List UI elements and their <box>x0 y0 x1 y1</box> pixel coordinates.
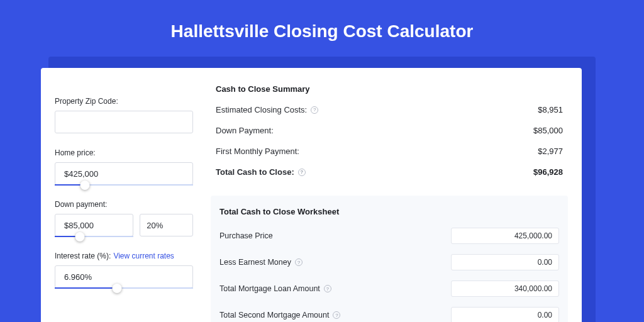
down-payment-row: 20% <box>55 214 193 236</box>
zip-input[interactable] <box>55 111 193 133</box>
summary-label-closing-costs: Estimated Closing Costs: ? <box>216 105 318 114</box>
summary-value-first-payment: $2,977 <box>538 147 563 156</box>
input-panel: Property Zip Code: Home price: Down paym… <box>55 83 199 313</box>
summary-title: Cash to Close Summary <box>216 84 563 94</box>
down-payment-slider-thumb[interactable] <box>75 232 85 242</box>
zip-field-group: Property Zip Code: <box>55 97 193 133</box>
worksheet-label-earnest: Less Earnest Money ? <box>219 258 303 267</box>
worksheet-box: Total Cash to Close Worksheet Purchase P… <box>211 196 568 322</box>
info-icon[interactable]: ? <box>311 106 318 114</box>
worksheet-value-earnest[interactable] <box>451 254 559 270</box>
interest-slider-fill <box>55 287 117 289</box>
interest-input-wrap <box>55 265 193 288</box>
summary-value-down-payment: $85,000 <box>533 126 563 135</box>
view-rates-link[interactable]: View current rates <box>113 252 174 260</box>
worksheet-label-second-mortgage: Total Second Mortgage Amount ? <box>219 311 340 319</box>
info-icon[interactable]: ? <box>298 169 306 176</box>
down-payment-pct[interactable]: 20% <box>140 214 193 236</box>
worksheet-row-purchase: Purchase Price <box>219 228 559 244</box>
home-price-field-group: Home price: <box>55 148 193 185</box>
summary-label-down-payment: Down Payment: <box>216 126 274 135</box>
interest-field-group: Interest rate (%): View current rates <box>55 252 193 288</box>
down-payment-label: Down payment: <box>55 200 193 209</box>
summary-label-total: Total Cash to Close: ? <box>216 167 306 177</box>
worksheet-row-second-mortgage: Total Second Mortgage Amount ? <box>219 307 559 322</box>
info-icon[interactable]: ? <box>324 285 331 292</box>
summary-row-total: Total Cash to Close: ? $96,928 <box>216 167 563 177</box>
interest-label-row: Interest rate (%): View current rates <box>55 252 193 260</box>
home-price-input-wrap <box>55 162 193 185</box>
summary-value-total: $96,928 <box>533 167 563 177</box>
worksheet-title: Total Cash to Close Worksheet <box>219 207 559 216</box>
home-price-input[interactable] <box>55 162 193 185</box>
worksheet-value-purchase[interactable] <box>451 228 559 244</box>
summary-value-closing-costs: $8,951 <box>538 105 563 114</box>
summary-label-first-payment: First Monthly Payment: <box>216 147 299 156</box>
interest-slider-thumb[interactable] <box>113 284 122 293</box>
zip-label: Property Zip Code: <box>55 97 193 106</box>
info-icon[interactable]: ? <box>333 311 340 319</box>
worksheet-value-second-mortgage[interactable] <box>451 307 559 322</box>
summary-row-down-payment: Down Payment: $85,000 <box>216 126 563 135</box>
interest-label: Interest rate (%): <box>55 252 111 260</box>
down-payment-input[interactable] <box>55 214 133 236</box>
worksheet-row-loan: Total Mortgage Loan Amount ? <box>219 280 559 297</box>
worksheet-label-loan: Total Mortgage Loan Amount ? <box>219 284 331 293</box>
page-title: Hallettsville Closing Cost Calculator <box>171 21 474 42</box>
info-icon[interactable]: ? <box>295 258 303 266</box>
down-payment-input-wrap <box>55 214 133 236</box>
interest-input[interactable] <box>55 265 193 288</box>
worksheet-value-loan[interactable] <box>451 280 559 297</box>
home-price-slider-thumb[interactable] <box>80 180 90 190</box>
results-panel: Cash to Close Summary Estimated Closing … <box>199 83 568 313</box>
summary-row-closing-costs: Estimated Closing Costs: ? $8,951 <box>216 105 563 114</box>
calculator-card: Property Zip Code: Home price: Down paym… <box>41 68 582 322</box>
summary-box: Cash to Close Summary Estimated Closing … <box>211 83 568 184</box>
home-price-label: Home price: <box>55 148 193 157</box>
down-payment-field-group: Down payment: 20% <box>55 200 193 236</box>
worksheet-row-earnest: Less Earnest Money ? <box>219 254 559 270</box>
summary-row-first-payment: First Monthly Payment: $2,977 <box>216 147 563 156</box>
worksheet-label-purchase: Purchase Price <box>219 231 273 240</box>
calculator-shadow: Property Zip Code: Home price: Down paym… <box>48 57 596 322</box>
